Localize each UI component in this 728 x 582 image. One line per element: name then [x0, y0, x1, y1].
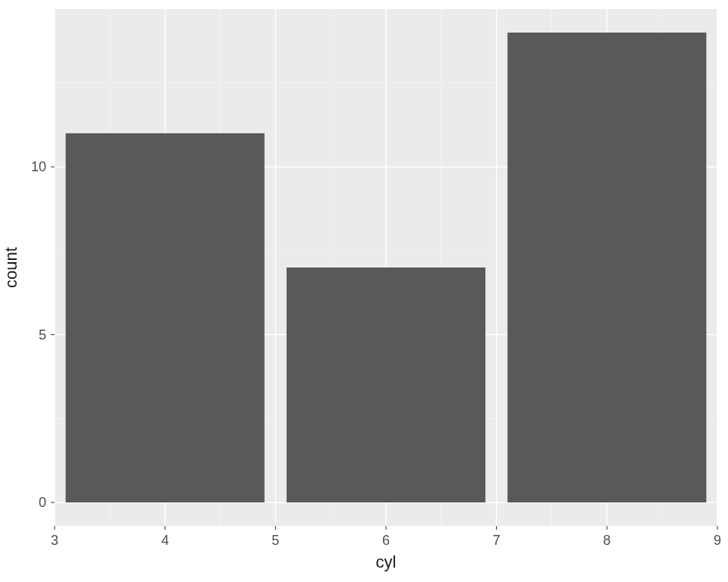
bar: [287, 268, 485, 502]
chart-container: 34567890510cylcount: [0, 0, 728, 582]
x-axis-title: cyl: [376, 552, 397, 571]
y-tick-label: 0: [39, 495, 46, 510]
chart-svg: 34567890510cylcount: [0, 0, 728, 582]
x-tick-label: 4: [162, 533, 169, 548]
bar: [507, 33, 706, 502]
x-tick-label: 5: [271, 533, 279, 548]
x-tick-label: 9: [714, 533, 721, 548]
y-tick-label: 10: [31, 159, 46, 174]
x-tick-label: 7: [493, 533, 500, 548]
x-tick-label: 3: [51, 533, 58, 548]
y-tick-label: 5: [39, 327, 46, 343]
x-tick-label: 8: [603, 533, 610, 548]
bar: [66, 133, 265, 502]
x-tick-label: 6: [382, 533, 390, 548]
y-axis-title: count: [2, 247, 20, 288]
